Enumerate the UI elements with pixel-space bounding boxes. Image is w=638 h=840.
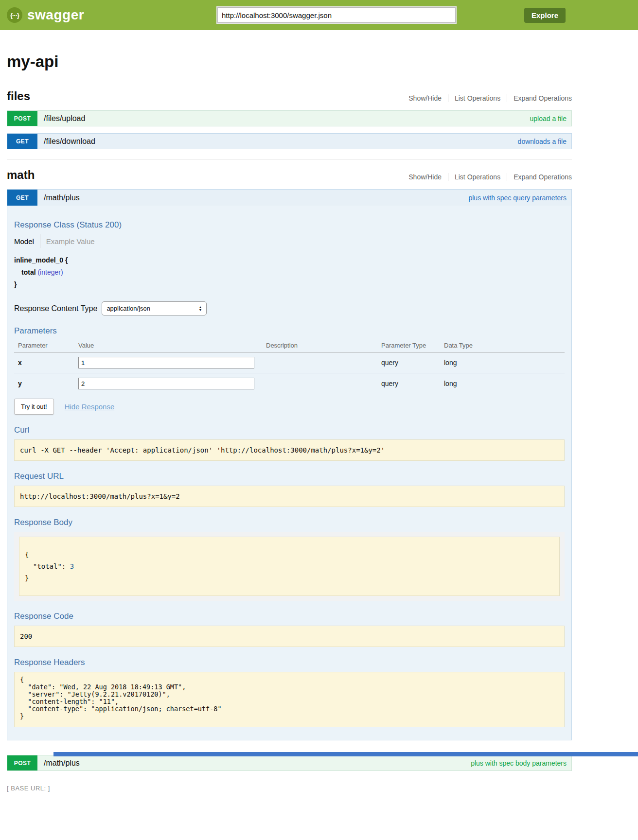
post-method-badge: POST (7, 755, 37, 770)
explore-button[interactable]: Explore (524, 8, 566, 23)
operation-path[interactable]: /files/download (44, 137, 95, 146)
response-headers-heading: Response Headers (14, 658, 565, 667)
request-url-heading: Request URL (14, 472, 565, 481)
column-header-value: Value (74, 338, 262, 352)
operation-row-post-files-upload[interactable]: POST /files/upload upload a file (7, 110, 572, 126)
section-controls: Show/Hide List Operations Expand Operati… (408, 94, 572, 103)
json-open-brace: { (25, 549, 554, 560)
response-content-type-label: Response Content Type (14, 304, 97, 313)
response-body-heading: Response Body (14, 518, 565, 527)
model-open-line: inline_model_0 { (14, 254, 565, 266)
select-arrows-icon: ▲▼ (198, 306, 202, 312)
math-section-title: math (7, 168, 35, 182)
response-body-json: { "total": 3} (19, 537, 560, 596)
parameter-row-y: y query long (14, 373, 565, 394)
operation-summary-link[interactable]: downloads a file (518, 138, 567, 145)
response-code-value: 200 (14, 626, 565, 647)
operation-path[interactable]: /math/plus (44, 759, 80, 768)
spec-url-input[interactable] (217, 7, 456, 23)
response-content-type-select[interactable]: application/json ▲▼ (102, 301, 207, 315)
parameter-row-x: x query long (14, 352, 565, 373)
operation-expanded-content: Response Class (Status 200) Model Exampl… (7, 206, 571, 740)
selected-content-type: application/json (106, 305, 150, 312)
param-y-input[interactable] (78, 378, 254, 389)
param-type: query (377, 373, 440, 394)
top-bar: {···} swagger Explore (0, 0, 638, 30)
param-type: query (377, 352, 440, 373)
section-divider (7, 159, 572, 159)
section-controls: Show/Hide List Operations Expand Operati… (408, 173, 572, 182)
hide-response-link[interactable]: Hide Response (65, 402, 115, 411)
model-close-line: } (14, 279, 565, 291)
json-total-line: "total": 3 (25, 560, 554, 572)
curl-heading: Curl (14, 425, 565, 435)
request-url-value: http://localhost:3000/math/plus?x=1&y=2 (14, 486, 565, 507)
operation-summary-link[interactable]: plus with spec body parameters (471, 759, 567, 767)
get-method-badge: GET (7, 134, 37, 149)
operation-summary-link[interactable]: plus with spec query parameters (468, 194, 567, 202)
files-section-header: files Show/Hide List Operations Expand O… (7, 89, 572, 103)
operation-row-post-math-plus[interactable]: POST /math/plus plus with spec body para… (7, 755, 572, 771)
swagger-logo-icon: {···} (7, 7, 22, 23)
operation-row-get-files-download[interactable]: GET /files/download downloads a file (7, 133, 572, 149)
model-signature: inline_model_0 { total (integer) } (14, 254, 565, 291)
response-code-heading: Response Code (14, 612, 565, 621)
model-property-name: total (21, 268, 36, 276)
parameters-header-row: Parameter Value Description Parameter Ty… (14, 338, 565, 352)
show-hide-link[interactable]: Show/Hide (408, 94, 442, 102)
operation-path[interactable]: /math/plus (44, 193, 80, 202)
horizontal-scrollbar[interactable] (53, 752, 638, 756)
operation-row-get-math-plus[interactable]: GET /math/plus plus with spec query para… (7, 190, 571, 206)
param-name: y (14, 373, 74, 394)
param-name: x (14, 352, 74, 373)
tab-example-value[interactable]: Example Value (46, 237, 95, 245)
brand-name: swagger (27, 7, 84, 23)
math-section-header: math Show/Hide List Operations Expand Op… (7, 168, 572, 182)
column-header-parameter: Parameter (14, 338, 74, 352)
model-property-type: (integer) (37, 268, 63, 276)
param-description (262, 373, 377, 394)
response-content-type-row: Response Content Type application/json ▲… (14, 301, 565, 315)
tab-model[interactable]: Model (14, 237, 34, 245)
expand-operations-link[interactable]: Expand Operations (507, 94, 572, 102)
column-header-data-type: Data Type (440, 338, 565, 352)
param-data-type: long (440, 373, 565, 394)
base-url-footer: [ BASE URL: ] (7, 785, 572, 792)
json-key: "total": (25, 562, 70, 570)
get-method-badge: GET (7, 190, 37, 206)
column-header-description: Description (262, 338, 377, 352)
operation-path[interactable]: /files/upload (44, 114, 85, 123)
param-x-input[interactable] (78, 357, 254, 368)
try-it-out-button[interactable]: Try it out! (14, 399, 54, 415)
response-body-container: { "total": 3} (14, 532, 565, 601)
parameters-table: Parameter Value Description Parameter Ty… (14, 338, 565, 394)
list-operations-link[interactable]: List Operations (448, 173, 500, 181)
operation-block-get-math-plus: GET /math/plus plus with spec query para… (7, 189, 572, 740)
param-data-type: long (440, 352, 565, 373)
page-title: my-api (7, 52, 572, 71)
parameters-heading: Parameters (14, 326, 565, 336)
json-close-brace: } (25, 572, 554, 584)
expand-operations-link[interactable]: Expand Operations (507, 173, 572, 181)
model-tabs: Model Example Value (14, 234, 565, 248)
param-description (262, 352, 377, 373)
tab-divider (40, 234, 40, 248)
list-operations-link[interactable]: List Operations (448, 94, 500, 102)
model-property: total (integer) (14, 266, 565, 279)
show-hide-link[interactable]: Show/Hide (408, 173, 442, 181)
column-header-parameter-type: Parameter Type (377, 338, 440, 352)
files-section-title: files (7, 89, 30, 103)
try-it-row: Try it out! Hide Response (14, 399, 565, 415)
json-number-value: 3 (70, 562, 74, 570)
response-headers-json: { "date": "Wed, 22 Aug 2018 18:49:13 GMT… (14, 672, 565, 727)
curl-command: curl -X GET --header 'Accept: applicatio… (14, 439, 565, 461)
operation-summary-link[interactable]: upload a file (530, 115, 567, 122)
response-class-heading: Response Class (Status 200) (14, 220, 565, 230)
post-method-badge: POST (7, 111, 37, 126)
